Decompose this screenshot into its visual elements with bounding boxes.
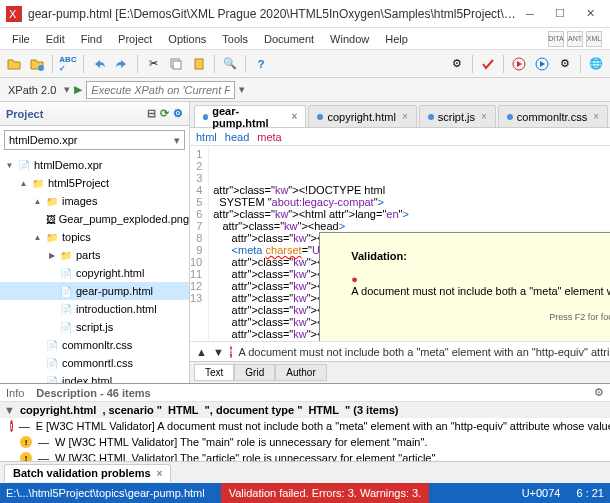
tree-item[interactable]: ▼📄htmlDemo.xpr <box>0 156 189 174</box>
expand-icon[interactable] <box>32 376 43 384</box>
settings-icon[interactable]: ⚙ <box>447 54 467 74</box>
minimize-button[interactable]: ─ <box>516 3 544 25</box>
project-selector[interactable]: htmlDemo.xpr▾ <box>4 130 185 150</box>
browser-icon[interactable]: 🌐 <box>586 54 606 74</box>
validation-item[interactable]: !—W [W3C HTML Validator] The "article" r… <box>0 450 610 461</box>
main-toolbar: ABC✓ ✂ 🔍 ? ⚙ ⚙ 🌐 <box>0 50 610 78</box>
xpath-dropdown-icon[interactable]: ▾ <box>64 83 70 96</box>
undo-icon[interactable] <box>89 54 109 74</box>
perspective-dita-icon[interactable]: DITA <box>548 31 564 47</box>
maximize-button[interactable]: ☐ <box>546 3 574 25</box>
tree-item[interactable]: 📄gear-pump.html <box>0 282 189 300</box>
run-icon[interactable] <box>509 54 529 74</box>
menu-window[interactable]: Window <box>322 31 377 47</box>
editor-tab[interactable]: gear-pump.html× <box>194 105 306 127</box>
open-icon[interactable] <box>4 54 24 74</box>
tree-item[interactable]: 📄copyright.html <box>0 264 189 282</box>
svg-text:X: X <box>9 8 17 20</box>
view-tab-grid[interactable]: Grid <box>234 364 275 381</box>
close-tab-icon[interactable]: × <box>481 111 487 122</box>
paste-icon[interactable] <box>189 54 209 74</box>
redo-icon[interactable] <box>112 54 132 74</box>
breadcrumb-item[interactable]: head <box>225 131 249 143</box>
open-recent-icon[interactable] <box>27 54 47 74</box>
perspective-xml-icon[interactable]: XML <box>586 31 602 47</box>
tree-item[interactable]: 🖼Gear_pump_exploded.png <box>0 210 189 228</box>
error-icon: ! <box>10 420 13 432</box>
xpath-run-icon[interactable]: ▶ <box>74 83 82 96</box>
view-tab-text[interactable]: Text <box>194 364 234 381</box>
tree-item[interactable]: 📄index.html <box>0 372 189 383</box>
file-icon: 📄 <box>59 302 73 316</box>
menu-project[interactable]: Project <box>110 31 160 47</box>
debug-icon[interactable] <box>532 54 552 74</box>
menu-tools[interactable]: Tools <box>214 31 256 47</box>
expand-icon[interactable]: ▲ <box>32 196 43 207</box>
validation-item[interactable]: !—W [W3C HTML Validator] The "main" role… <box>0 434 610 450</box>
breadcrumb-item[interactable]: html <box>196 131 217 143</box>
tree-item[interactable]: ▲📁images <box>0 192 189 210</box>
validate-icon[interactable] <box>478 54 498 74</box>
expand-icon[interactable] <box>32 358 43 369</box>
expand-icon[interactable] <box>46 268 57 279</box>
expand-icon[interactable]: ▲ <box>18 178 29 189</box>
tree-item[interactable]: 📄commonltr.css <box>0 336 189 354</box>
help-icon[interactable]: ? <box>251 54 271 74</box>
expand-icon[interactable]: ▼ <box>4 404 14 416</box>
view-tab-author[interactable]: Author <box>275 364 326 381</box>
expand-icon[interactable] <box>35 214 43 225</box>
close-button[interactable]: ✕ <box>576 3 604 25</box>
validation-tab[interactable]: Info <box>6 387 24 399</box>
menu-document[interactable]: Document <box>256 31 322 47</box>
tree-item[interactable]: 📄introduction.html <box>0 300 189 318</box>
breadcrumb: htmlheadmeta <box>190 128 610 146</box>
menu-find[interactable]: Find <box>73 31 110 47</box>
validation-group[interactable]: ▼copyright.html, scenario "HTML", docume… <box>0 402 610 418</box>
batch-validation-tab[interactable]: Batch validation problems× <box>4 464 171 482</box>
editor-tab[interactable]: script.js× <box>419 105 496 127</box>
validation-item[interactable]: !—E [W3C HTML Validator] A document must… <box>0 418 610 434</box>
editor-tab[interactable]: commonltr.css× <box>498 105 608 127</box>
tree-item[interactable]: ▲📁html5Project <box>0 174 189 192</box>
code-editor[interactable]: 12345678910111213 attr">class="kw"><!DOC… <box>190 146 610 341</box>
close-tab-icon[interactable]: × <box>157 468 163 479</box>
close-tab-icon[interactable]: × <box>292 111 298 122</box>
perspective-ant-icon[interactable]: ANT <box>567 31 583 47</box>
error-next-icon[interactable]: ▼ <box>213 346 224 358</box>
transform-icon[interactable]: ⚙ <box>555 54 575 74</box>
close-tab-icon[interactable]: × <box>593 111 599 122</box>
expand-icon[interactable]: ▲ <box>32 232 43 243</box>
spell-check-icon[interactable]: ABC✓ <box>58 54 78 74</box>
cut-icon[interactable]: ✂ <box>143 54 163 74</box>
error-prev-icon[interactable]: ▲ <box>196 346 207 358</box>
panel-settings-icon[interactable]: ⚙ <box>594 386 604 399</box>
close-tab-icon[interactable]: × <box>402 111 408 122</box>
status-bar: E:\...\html5Project\topics\gear-pump.htm… <box>0 483 610 503</box>
project-settings-icon[interactable]: ⚙ <box>173 107 183 120</box>
expand-icon[interactable]: ▼ <box>4 160 15 171</box>
tree-item[interactable]: 📄commonrtl.css <box>0 354 189 372</box>
tree-item[interactable]: 📄script.js <box>0 318 189 336</box>
menu-edit[interactable]: Edit <box>38 31 73 47</box>
copy-icon[interactable] <box>166 54 186 74</box>
file-icon: 📄 <box>59 266 73 280</box>
expand-icon[interactable] <box>46 322 57 333</box>
find-icon[interactable]: 🔍 <box>220 54 240 74</box>
editor-tab[interactable]: copyright.html× <box>308 105 416 127</box>
tree-item[interactable]: ▲📁topics <box>0 228 189 246</box>
menu-file[interactable]: File <box>4 31 38 47</box>
project-refresh-icon[interactable]: ⟳ <box>160 107 169 120</box>
tree-item[interactable]: ▶📁parts <box>0 246 189 264</box>
menu-help[interactable]: Help <box>377 31 416 47</box>
menu-options[interactable]: Options <box>160 31 214 47</box>
expand-icon[interactable] <box>46 286 57 297</box>
expand-icon[interactable] <box>32 340 43 351</box>
xpath-scope-icon[interactable]: ▾ <box>239 83 245 96</box>
expand-icon[interactable]: ▶ <box>46 250 57 261</box>
validation-panel: InfoDescription - 46 items⚙ ▼copyright.h… <box>0 383 610 483</box>
xpath-input[interactable] <box>86 81 235 99</box>
breadcrumb-item[interactable]: meta <box>257 131 281 143</box>
validation-tab[interactable]: Description - 46 items <box>36 387 150 399</box>
expand-icon[interactable] <box>46 304 57 315</box>
project-collapse-icon[interactable]: ⊟ <box>147 107 156 120</box>
